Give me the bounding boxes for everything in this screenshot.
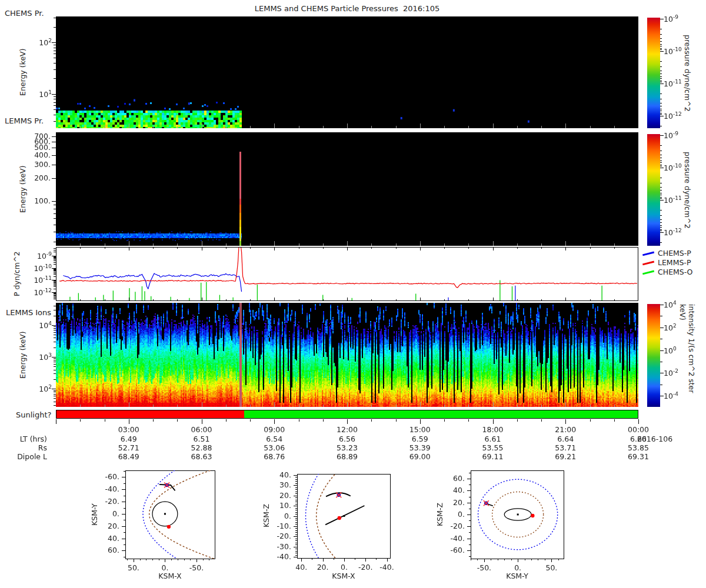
legend-label: CHEMS-P (658, 249, 691, 258)
time-axis-tick (420, 419, 421, 424)
orbit-2-ytick-label: 0. (442, 510, 465, 519)
time-axis-tick (226, 419, 227, 422)
time-tick-label: 15:00 (402, 425, 438, 434)
sunlight-bar (56, 410, 638, 419)
plot-page: LEMMS and CHEMS Particle Pressures 2016:… (0, 0, 706, 588)
axis-tick (52, 280, 56, 280)
time-axis-tick (250, 419, 251, 422)
ephemeris-row-label: Dipole L (5, 452, 47, 461)
time-axis-tick (274, 419, 275, 424)
axis-tick (660, 113, 662, 113)
axis-tick (52, 389, 56, 389)
chems-pressure-spectrogram (56, 16, 638, 128)
ephemeris-rs-value: 53.23 (329, 443, 365, 452)
axis-tick (52, 292, 56, 293)
time-axis-tick (396, 419, 397, 422)
axis-tick (52, 42, 56, 43)
orbit-c-xlabel: KSM-Y (499, 572, 535, 580)
axis-tick (660, 385, 662, 385)
time-axis-tick (371, 419, 372, 422)
orbit-0-xtick-label: 50. (121, 563, 146, 572)
y-axis-label-energy-2: Energy (keV) (18, 132, 27, 246)
axis-tick (660, 339, 662, 339)
axis-tick (52, 201, 56, 202)
orbit-2-ytick-label: -40. (442, 534, 465, 543)
ephemeris-dipole-l-value: 69.31 (621, 452, 656, 461)
axis-tick (660, 222, 662, 223)
colorbar-label-intensity: intensity 1/(s cm^2 ster keV) (682, 304, 692, 407)
axis-tick (660, 195, 662, 195)
time-tick-label: 12:00 (329, 425, 365, 434)
time-axis-tick (493, 419, 494, 424)
axis-tick (660, 71, 662, 71)
orbit-0-ytick-label: 40. (97, 534, 119, 543)
axis-tick (660, 109, 662, 109)
axis-tick (52, 268, 56, 269)
orbit-plot-ksmx-ksmz (292, 472, 392, 563)
axis-tick (660, 168, 664, 168)
orbit-0-ytick-label: 20. (97, 522, 119, 530)
time-axis-tick (638, 419, 639, 424)
axis-tick (660, 161, 662, 161)
ephemeris-rs-value: 53.39 (402, 443, 438, 452)
time-tick-label: 03:00 (111, 425, 146, 434)
orbit-2-ytick-label: 60. (442, 474, 465, 483)
orbit-1-xtick-label: -20. (352, 563, 378, 572)
ephemeris-dipole-l-value: 68.63 (184, 452, 219, 461)
axis-tick (660, 135, 664, 136)
p3-ytick-1: 10-10 (22, 263, 52, 273)
time-axis-tick (129, 419, 129, 424)
axis-tick (660, 158, 662, 158)
axis-tick (660, 51, 664, 52)
axis-tick (660, 49, 662, 50)
orbit-1-ytick-label: 0. (269, 512, 291, 520)
orbit-2-xtick-label: 50. (538, 563, 564, 572)
axis-tick (660, 111, 662, 111)
axis-tick (660, 103, 662, 103)
time-axis-tick (323, 419, 324, 422)
axis-tick (660, 162, 662, 163)
time-axis-tick (202, 419, 202, 424)
axis-tick (660, 362, 662, 362)
axis-tick (660, 66, 662, 67)
page-title: LEMMS and CHEMS Particle Pressures 2016:… (56, 4, 638, 13)
ephemeris-rs-value: 53.55 (475, 443, 511, 452)
axis-tick (660, 29, 662, 29)
axis-tick (660, 373, 664, 373)
orbit-1-xtick-label: 0. (331, 563, 357, 572)
axis-tick (660, 99, 662, 99)
ephemeris-dipole-l-value: 68.49 (111, 452, 146, 461)
axis-tick (660, 187, 662, 188)
orbit-1-xtick-label: -40. (374, 563, 400, 572)
p3-ytick-0: 10-9 (22, 251, 52, 260)
legend: CHEMS-PLEMMS-PCHEMS-O (642, 249, 704, 280)
time-tick-label: 18:00 (475, 425, 511, 434)
legend-item-LEMMS-P: LEMMS-P (642, 259, 704, 268)
orbit-2-xtick-label: -50. (471, 563, 497, 572)
time-tick-label: 21:00 (548, 425, 583, 434)
axis-tick (660, 126, 662, 126)
orbit-1-ytick-label: 40. (269, 470, 291, 479)
axis-tick (52, 256, 56, 256)
axis-tick (660, 198, 662, 199)
orbit-1-ytick-label: -10. (269, 522, 291, 530)
ephemeris-rs-value: 53.06 (257, 443, 292, 452)
orbit-1-ytick-label: 30. (269, 480, 291, 489)
axis-tick (660, 38, 662, 39)
time-tick-label: 09:00 (257, 425, 292, 434)
orbit-a-xlabel: KSM-X (152, 572, 188, 580)
axis-tick (660, 178, 662, 178)
axis-tick (660, 151, 662, 151)
ephemeris-lt-value: 6.59 (402, 435, 438, 443)
orbit-1-ytick-label: -20. (269, 532, 291, 540)
time-axis-tick (80, 419, 81, 422)
time-axis-tick (347, 419, 348, 424)
orbit-2-ytick-label: -20. (442, 522, 465, 530)
axis-tick (660, 219, 662, 220)
legend-line-icon (642, 252, 654, 256)
ephemeris-rs-value: 52.88 (184, 443, 219, 452)
colorbar-label-pressure-2: pressure dyne/cm^2 (682, 134, 692, 246)
orbit-1-ytick-label: -30. (269, 542, 291, 551)
axis-tick (660, 83, 664, 84)
axis-tick (660, 155, 662, 155)
